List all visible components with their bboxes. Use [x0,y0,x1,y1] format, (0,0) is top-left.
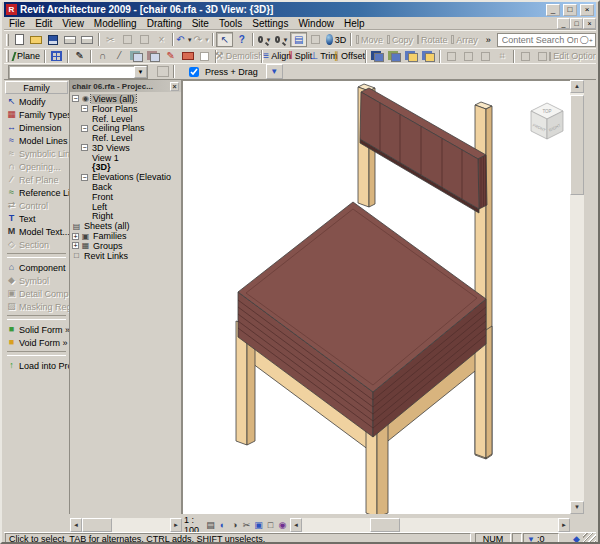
browser-scroll-thumb[interactable] [82,518,112,532]
menu-window[interactable]: Window [293,17,339,30]
menu-file[interactable]: File [4,17,30,30]
family-item-model-lines[interactable]: ≈Model Lines [4,134,69,147]
edit-group-button[interactable] [386,49,403,64]
vertical-scrollbar[interactable]: ▲ ▼ [570,80,584,514]
type-selector[interactable]: ▼ [8,65,148,79]
crop-region-icon[interactable]: ✂ [241,519,252,531]
menu-view[interactable]: View [57,17,89,30]
content-search-input[interactable] [500,34,580,46]
join-geometry-button[interactable] [145,49,162,64]
menu-edit[interactable]: Edit [30,17,57,30]
scroll-left-icon[interactable]: ◄ [70,518,82,532]
toolbar-grip[interactable] [6,34,9,46]
menu-help[interactable]: Help [339,17,370,30]
scroll-right-icon[interactable]: ► [170,518,182,532]
family-panel-header[interactable]: Family [5,81,68,94]
editing-requests-icon[interactable]: ◆ [573,534,580,544]
tree-item-views-all[interactable]: −◉Views (all) [72,94,181,104]
tree-item-groups[interactable]: +▦Groups [72,241,181,251]
family-item-reference-line[interactable]: ≈Reference Line [4,186,69,199]
print-preview-button[interactable] [79,32,96,47]
menu-site[interactable]: Site [187,17,214,30]
family-item-family-types[interactable]: ▦Family Types... [4,108,69,121]
tree-item-back[interactable]: Back [90,182,181,192]
selection-filter[interactable]: ▼ :0 [523,533,559,544]
family-item-void-form[interactable]: ■Void Form » [4,336,69,349]
doc-close-button[interactable]: × [583,18,596,29]
group-save-button[interactable] [420,49,437,64]
press-drag-checkbox[interactable] [189,67,199,77]
browser-hscrollbar[interactable]: ◄ ► [70,518,182,532]
tree-item-view-1[interactable]: View 1 [90,153,181,163]
close-button[interactable]: × [580,4,594,16]
collapse-icon[interactable]: − [81,144,88,151]
create-group-button[interactable] [369,49,386,64]
help-button[interactable]: ? [233,32,250,47]
menu-modelling[interactable]: Modelling [89,17,142,30]
collapse-icon[interactable]: − [81,105,88,112]
cut-geometry-button[interactable] [128,49,145,64]
tree-item-sheets-all[interactable]: ▤Sheets (all) [72,221,181,231]
tree-item-3d[interactable]: {3D} [90,163,181,173]
expand-icon[interactable]: + [72,233,79,240]
tree-item-3d-views[interactable]: −3D Views [81,143,181,153]
tree-item-floor-plans[interactable]: −Floor Plans [81,104,181,114]
scroll-left-icon[interactable]: ◄ [290,518,302,532]
drawing-scroll-thumb[interactable] [370,518,400,532]
reveal-hidden-icon[interactable]: ◉ [277,519,288,531]
close-icon[interactable]: × [170,82,179,91]
tree-item-ceiling-plans[interactable]: −Ceiling Plans [81,123,181,133]
collapse-icon[interactable]: − [81,174,88,181]
trim-button[interactable]: ⊥Trim [311,49,336,64]
default-3d-view-button[interactable]: 3D [324,32,348,47]
sketch-button[interactable]: ✎ [71,49,88,64]
grid-button[interactable] [48,49,65,64]
scroll-up-icon[interactable]: ▲ [570,80,584,93]
save-button[interactable] [45,32,62,47]
group-load-button[interactable] [403,49,420,64]
linework-button[interactable] [179,49,196,64]
tree-item-left[interactable]: Left [90,202,181,212]
family-item-load-into-proje[interactable]: ↑Load into Proje [4,359,69,372]
detail-level-icon[interactable]: ▤ [205,519,216,531]
zoom-region-button[interactable]: ▼ [256,32,273,47]
work-plane-button[interactable]: Plane [11,49,42,64]
show-crop-icon[interactable]: ▣ [253,519,264,531]
vertical-scroll-thumb[interactable] [570,95,584,195]
split-button[interactable]: ‖Split [290,49,312,64]
match-type-button[interactable]: ⁄ [111,49,128,64]
show-hidden-button[interactable] [196,49,213,64]
filter-button[interactable]: ▼ [266,64,283,79]
family-item-solid-form[interactable]: ■Solid Form » [4,323,69,336]
tree-item-revit-links[interactable]: □Revit Links [72,251,181,261]
scroll-right-icon[interactable]: ► [558,518,570,532]
opening-tool-button[interactable]: ∩ [94,49,111,64]
open-button[interactable] [28,32,45,47]
tree-item-right[interactable]: Right [90,212,181,222]
viewcube-top-label[interactable]: TOP [542,109,551,114]
menu-settings[interactable]: Settings [247,17,293,30]
doc-restore-button[interactable]: □ [570,18,583,29]
menu-drafting[interactable]: Drafting [142,17,187,30]
zoom-button[interactable]: ▼ [273,32,290,47]
tree-item-elevations-elevatio[interactable]: −Elevations (Elevatio [81,172,181,182]
menu-tools[interactable]: Tools [214,17,247,30]
offset-button[interactable]: ∥Offset [336,49,363,64]
minimize-button[interactable]: _ [546,4,560,16]
doc-minimize-button[interactable]: _ [557,18,570,29]
paint-button[interactable]: ✎ [162,49,179,64]
toolbar-grip[interactable] [6,50,9,62]
temporary-hide-icon[interactable]: □ [265,519,276,531]
scroll-down-icon[interactable]: ▼ [570,501,584,514]
undo-button[interactable]: ↶▼ [176,32,193,47]
drawing-hscrollbar[interactable]: ◄ ► [290,518,570,532]
toolbar-overflow-button[interactable]: » [480,32,497,47]
family-item-component[interactable]: ⌂Component [4,261,69,274]
modify-toggle-button[interactable]: ↖ [216,32,233,47]
family-item-modify[interactable]: ↖Modify [4,95,69,108]
shadows-icon[interactable]: ◑ [229,519,240,531]
family-item-dimension[interactable]: ↔Dimension [4,121,69,134]
tree-item-front[interactable]: Front [90,192,181,202]
project-browser-toggle[interactable]: ▤ [290,32,307,47]
family-item-text[interactable]: TText [4,212,69,225]
